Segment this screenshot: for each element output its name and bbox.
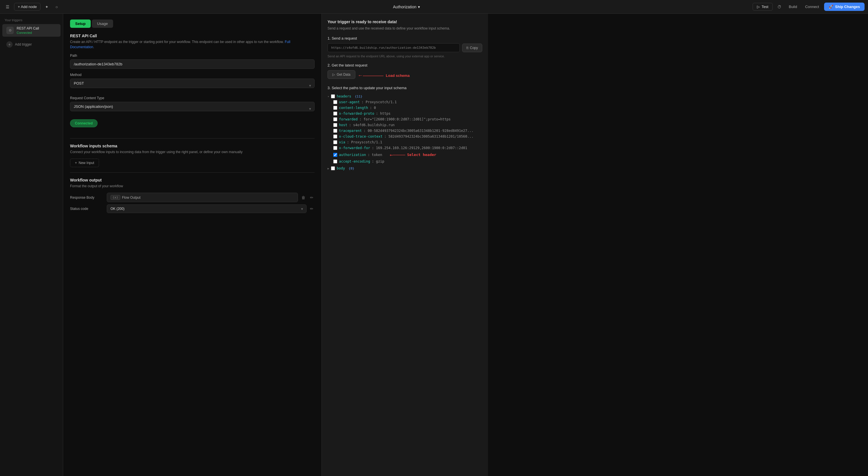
load-schema-arrow: ←———— <box>358 73 383 78</box>
x-forwarded-for-checkbox[interactable] <box>333 146 337 150</box>
sidebar-title: Your triggers <box>0 17 63 24</box>
url-input[interactable] <box>328 43 460 52</box>
workflow-inputs-section: Workflow inputs schema Connect your work… <box>70 144 315 167</box>
field-authorization: authorization: token ←———— Select header <box>328 151 482 159</box>
copy-label: Copy <box>470 46 478 50</box>
flow-output-var: (x) <box>111 195 120 200</box>
response-body-row: Response Body (x) Flow Output 🗑 ✏ <box>70 193 315 202</box>
body-count: {0} <box>347 167 354 170</box>
connect-label: Connect <box>805 5 819 9</box>
new-input-label: New Input <box>79 161 94 165</box>
search-button[interactable]: ○ <box>53 3 60 11</box>
connected-badge: Connected <box>70 119 98 127</box>
trigger-icon: ⚙ <box>6 27 14 34</box>
forwarded-checkbox[interactable] <box>333 117 337 121</box>
body-row: ▶ body {0} <box>328 165 482 171</box>
add-trigger-item[interactable]: + Add trigger <box>2 39 61 50</box>
headers-count: {11} <box>353 95 363 98</box>
user-agent-checkbox[interactable] <box>333 100 337 104</box>
status-code-edit-button[interactable]: ✏ <box>309 205 315 212</box>
add-trigger-label: Add trigger <box>15 42 32 46</box>
gear-icon: ⚙ <box>9 28 12 32</box>
via-checkbox[interactable] <box>333 140 337 144</box>
method-select[interactable]: POST GET PUT DELETE <box>70 78 315 88</box>
sidebar-trigger-item[interactable]: ⚙ REST API Call Connected <box>2 24 61 37</box>
workflow-output-desc: Format the output of your workflow <box>70 183 315 189</box>
headers-row: ▾ headers {11} <box>328 94 482 99</box>
field-forwarded: forwarded: for="[2600:1900:0:2d07::2d01]… <box>328 116 482 122</box>
connected-badge-text: Connected <box>75 121 93 125</box>
headers-checkbox[interactable] <box>331 94 335 98</box>
topbar-right: ▷ Test ⏱ Build Connect 🚀 Ship Changes <box>753 3 865 11</box>
connect-button[interactable]: Connect <box>802 3 822 10</box>
path-label: Path <box>70 54 315 58</box>
topbar: ☰ + Add node ✦ ○ Authorization ▾ ▷ Test … <box>0 0 868 14</box>
tabs: Setup Usage <box>70 20 315 28</box>
add-node-button[interactable]: + Add node <box>14 3 40 11</box>
tab-usage-label: Usage <box>97 22 108 26</box>
workflow-output-section: Workflow output Format the output of you… <box>70 178 315 213</box>
divider-2 <box>70 172 315 173</box>
test-button[interactable]: ▷ Test <box>753 3 773 11</box>
content-type-select[interactable]: JSON (application/json) Form Data <box>70 102 315 111</box>
field-x-forwarded-proto: x-forwarded-proto: https <box>328 111 482 116</box>
get-data-label: Get Data <box>337 73 350 76</box>
response-body-edit-button[interactable]: ✏ <box>309 194 315 201</box>
field-via: via: Proxyscotch/1.1 <box>328 139 482 145</box>
method-select-wrapper: POST GET PUT DELETE ▾ <box>70 78 315 92</box>
path-input[interactable] <box>70 59 315 69</box>
x-cloud-trace-checkbox[interactable] <box>333 134 337 138</box>
rest-api-title: REST API Call <box>70 34 315 38</box>
tab-usage[interactable]: Usage <box>92 20 113 28</box>
content-type-select-wrapper: JSON (application/json) Form Data ▾ <box>70 102 315 115</box>
get-data-button[interactable]: ▷ Get Data <box>328 70 355 79</box>
test-label: Test <box>762 5 768 9</box>
x-forwarded-proto-checkbox[interactable] <box>333 111 337 115</box>
play-small-icon: ▷ <box>332 73 335 76</box>
workflow-output-title: Workflow output <box>70 178 315 182</box>
play-icon: ▷ <box>757 5 760 9</box>
body-collapse-toggle[interactable]: ▶ <box>328 167 329 170</box>
field-x-cloud-trace: x-cloud-trace-context: 582d4937942324bc3… <box>328 134 482 139</box>
topbar-left: ☰ + Add node ✦ ○ <box>3 3 60 11</box>
tab-setup-label: Setup <box>75 22 86 26</box>
status-code-row: Status code OK (200) Created (201) Bad R… <box>70 204 315 213</box>
response-body-delete-button[interactable]: 🗑 <box>300 194 307 201</box>
ship-label: Ship Changes <box>835 5 860 9</box>
tab-setup[interactable]: Setup <box>70 20 91 28</box>
host-checkbox[interactable] <box>333 123 337 127</box>
field-traceparent: traceparent: 00-582d4937942324bc3005a631… <box>328 128 482 134</box>
body-checkbox[interactable] <box>331 166 335 170</box>
rocket-icon: 🚀 <box>829 5 833 9</box>
build-button[interactable]: Build <box>786 3 800 10</box>
topbar-center: Authorization ▾ <box>63 5 751 9</box>
page-title-text: Authorization <box>393 5 416 9</box>
traceparent-checkbox[interactable] <box>333 129 337 133</box>
add-node-label: + Add node <box>18 5 37 9</box>
content-length-checkbox[interactable] <box>333 106 337 110</box>
menu-button[interactable]: ☰ <box>3 3 12 11</box>
page-title[interactable]: Authorization ▾ <box>393 5 420 9</box>
status-code-select[interactable]: OK (200) Created (201) Bad Request (400)… <box>107 204 307 213</box>
new-input-button[interactable]: + New Input <box>70 159 99 167</box>
history-button[interactable]: ⏱ <box>775 3 784 11</box>
ship-changes-button[interactable]: 🚀 Ship Changes <box>824 3 865 11</box>
field-content-length: content-length: 0 <box>328 105 482 111</box>
response-body-value: (x) Flow Output <box>107 193 298 202</box>
step3-label: 3. Select the paths to update your input… <box>328 86 482 90</box>
field-host: host: s4ofd6.buildship.run <box>328 122 482 128</box>
trigger-info: REST API Call Connected <box>17 26 39 34</box>
copy-button[interactable]: ⎘ Copy <box>462 43 482 52</box>
url-hint: Send an API request to the endpoint URL … <box>328 55 482 58</box>
authorization-checkbox[interactable] <box>333 153 337 157</box>
menu-icon: ☰ <box>6 5 9 9</box>
accept-encoding-checkbox[interactable] <box>333 160 337 164</box>
headers-collapse-toggle[interactable]: ▾ <box>328 95 329 98</box>
magic-button[interactable]: ✦ <box>43 3 51 11</box>
load-schema-text: Load schema <box>386 73 410 78</box>
trigger-name: REST API Call <box>17 26 39 30</box>
panel-title: Your trigger is ready to receive data! <box>328 20 482 24</box>
body-key: body <box>337 166 345 170</box>
build-label: Build <box>789 5 797 9</box>
add-trigger-icon: + <box>6 41 12 47</box>
